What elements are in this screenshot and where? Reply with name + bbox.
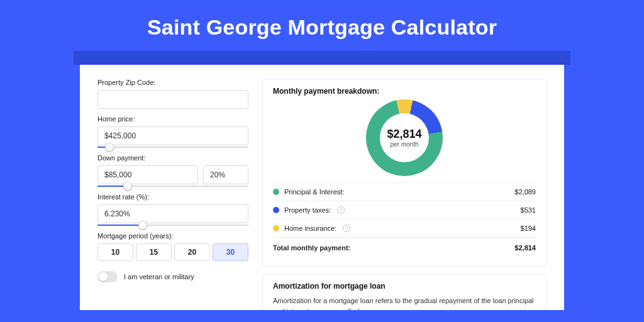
legend-row: Property taxes:?$531 xyxy=(273,201,536,219)
legend-label: Home insurance: xyxy=(284,225,336,232)
breakdown-total-label: Total monthly payment: xyxy=(273,244,350,252)
legend-dot-icon xyxy=(273,207,279,213)
veteran-toggle[interactable] xyxy=(97,271,118,282)
zip-input[interactable] xyxy=(97,90,248,109)
page-title: Saint George Mortgage Calculator xyxy=(0,0,644,51)
down-payment-slider[interactable] xyxy=(97,186,248,187)
down-payment-amount-input[interactable] xyxy=(97,165,198,184)
info-icon[interactable]: ? xyxy=(337,206,345,214)
interest-rate-input[interactable] xyxy=(97,204,248,223)
interest-rate-slider[interactable] xyxy=(97,225,248,226)
donut-center: $2,814 per month xyxy=(380,113,429,162)
legend-value: $531 xyxy=(521,206,536,214)
legend-label: Principal & Interest: xyxy=(284,188,344,196)
breakdown-title: Monthly payment breakdown: xyxy=(273,87,536,96)
zip-label: Property Zip Code: xyxy=(97,79,248,86)
down-payment-label: Down payment: xyxy=(97,154,248,162)
donut-chart-wrap: $2,814 per month xyxy=(273,96,536,182)
amortization-body: Amortization for a mortgage loan refers … xyxy=(273,296,536,310)
inputs-column: Property Zip Code: Home price: Down paym… xyxy=(97,79,248,310)
calculator-card: Property Zip Code: Home price: Down paym… xyxy=(80,65,564,310)
mortgage-period-label: Mortgage period (years): xyxy=(97,232,248,240)
donut-center-period: per month xyxy=(390,141,418,148)
mortgage-period-group: 10152030 xyxy=(97,243,248,261)
interest-rate-label: Interest rate (%): xyxy=(97,193,248,201)
period-button-20[interactable]: 20 xyxy=(174,243,210,261)
legend-dot-icon xyxy=(273,189,279,195)
breakdown-total-value: $2,814 xyxy=(514,244,536,252)
breakdown-panel: Monthly payment breakdown: $2,814 per mo… xyxy=(262,79,547,266)
toggle-knob-icon xyxy=(99,272,108,281)
amortization-panel: Amortization for mortgage loan Amortizat… xyxy=(262,274,547,310)
down-payment-percent-input[interactable] xyxy=(203,165,248,184)
home-price-input[interactable] xyxy=(97,126,248,145)
donut-center-amount: $2,814 xyxy=(387,128,421,141)
amortization-title: Amortization for mortgage loan xyxy=(273,282,536,291)
period-button-15[interactable]: 15 xyxy=(136,243,172,261)
results-column: Monthly payment breakdown: $2,814 per mo… xyxy=(262,79,547,310)
period-button-30[interactable]: 30 xyxy=(213,243,248,261)
breakdown-total-row: Total monthly payment: $2,814 xyxy=(273,237,536,257)
legend-dot-icon xyxy=(273,225,279,231)
legend-value: $2,089 xyxy=(514,188,536,196)
legend-row: Principal & Interest:$2,089 xyxy=(273,182,536,201)
home-price-slider[interactable] xyxy=(97,147,248,148)
breakdown-legend: Principal & Interest:$2,089Property taxe… xyxy=(273,182,536,237)
header-accent-bar xyxy=(74,51,570,65)
legend-value: $194 xyxy=(521,225,536,232)
donut-chart: $2,814 per month xyxy=(366,99,443,176)
legend-label: Property taxes: xyxy=(284,206,331,214)
info-icon[interactable]: ? xyxy=(343,225,350,232)
veteran-toggle-label: I am veteran or military xyxy=(124,273,194,280)
home-price-label: Home price: xyxy=(97,115,248,123)
period-button-10[interactable]: 10 xyxy=(97,243,133,261)
legend-row: Home insurance:?$194 xyxy=(273,219,536,237)
